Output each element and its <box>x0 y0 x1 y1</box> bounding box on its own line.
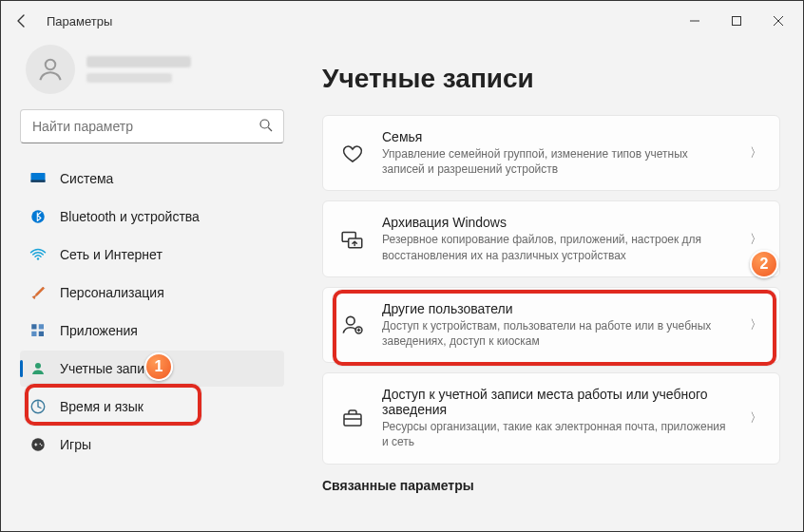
chevron-right-icon: 〉 <box>750 409 762 427</box>
sidebar-item-gaming[interactable]: Игры <box>20 427 284 463</box>
sidebar: Система Bluetooth и устройства Сеть и Ин… <box>1 41 296 531</box>
card-title: Архивация Windows <box>382 215 733 230</box>
window-controls <box>674 6 799 36</box>
sidebar-item-network[interactable]: Сеть и Интернет <box>20 237 284 273</box>
page-title: Учетные записи <box>322 64 780 94</box>
arrow-left-icon <box>14 13 29 28</box>
sidebar-item-label: Приложения <box>60 323 138 338</box>
svg-point-9 <box>31 210 45 223</box>
svg-point-10 <box>37 257 39 259</box>
minimize-icon <box>689 15 700 27</box>
chevron-right-icon: 〉 <box>750 231 762 248</box>
svg-rect-11 <box>31 324 36 329</box>
svg-line-6 <box>268 127 272 131</box>
backup-icon <box>340 227 365 252</box>
chevron-right-icon: 〉 <box>750 144 762 162</box>
wifi-icon <box>29 246 47 263</box>
card-windows-backup[interactable]: Архивация Windows Резервное копирование … <box>322 200 780 276</box>
svg-point-22 <box>347 316 355 325</box>
sidebar-item-bluetooth[interactable]: Bluetooth и устройства <box>20 199 284 235</box>
display-icon <box>29 170 47 187</box>
titlebar: Параметры <box>1 1 803 41</box>
card-family[interactable]: Семья Управление семейной группой, измен… <box>322 115 780 191</box>
search-icon <box>258 117 275 138</box>
svg-rect-13 <box>31 332 36 336</box>
sidebar-item-label: Игры <box>60 437 91 452</box>
profile-block[interactable] <box>20 41 284 109</box>
search-input[interactable] <box>20 109 284 143</box>
svg-rect-12 <box>39 324 44 329</box>
card-work-school-access[interactable]: Доступ к учетной записи места работы или… <box>322 372 780 464</box>
card-title: Другие пользователи <box>382 301 733 316</box>
profile-email-blurred <box>86 73 172 83</box>
card-other-users[interactable]: Другие пользователи Доступ к устройствам… <box>322 287 780 363</box>
svg-point-18 <box>40 444 42 446</box>
gamepad-icon <box>29 436 47 453</box>
clock-globe-icon <box>29 398 47 415</box>
card-title: Доступ к учетной записи места работы или… <box>382 387 733 417</box>
sidebar-item-label: Bluetooth и устройства <box>60 209 200 224</box>
maximize-button[interactable] <box>716 6 757 36</box>
svg-point-15 <box>35 363 41 369</box>
sidebar-item-time-language[interactable]: Время и язык <box>20 389 284 425</box>
sidebar-item-label: Сеть и Интернет <box>60 247 163 262</box>
svg-rect-1 <box>733 17 741 26</box>
app-title: Параметры <box>47 14 112 28</box>
svg-point-5 <box>260 120 269 128</box>
close-icon <box>773 15 784 27</box>
brush-icon <box>29 284 47 301</box>
bluetooth-icon <box>29 208 47 225</box>
back-button[interactable] <box>5 4 39 38</box>
card-desc: Управление семейной группой, изменение т… <box>382 146 733 177</box>
card-title: Семья <box>382 129 733 144</box>
sidebar-item-label: Система <box>60 171 113 186</box>
sidebar-item-system[interactable]: Система <box>20 161 284 197</box>
avatar <box>26 45 75 94</box>
sidebar-item-label: Время и язык <box>60 399 144 414</box>
other-users-icon <box>340 313 365 337</box>
main-panel: Учетные записи Семья Управление семейной… <box>296 41 803 531</box>
svg-rect-8 <box>31 180 46 182</box>
svg-point-17 <box>31 438 45 451</box>
related-settings-header: Связанные параметры <box>322 478 780 493</box>
card-desc: Ресурсы организации, такие как электронн… <box>382 419 733 449</box>
chevron-right-icon: 〉 <box>750 316 762 333</box>
card-desc: Доступ к устройствам, пользователи на ра… <box>382 318 733 349</box>
person-icon <box>36 55 65 84</box>
family-icon <box>340 141 365 165</box>
minimize-button[interactable] <box>674 6 716 36</box>
sidebar-item-label: Учетные записи <box>60 361 159 376</box>
card-desc: Резервное копирование файлов, приложений… <box>382 232 733 262</box>
sidebar-item-personalization[interactable]: Персонализация <box>20 275 284 311</box>
briefcase-icon <box>340 406 365 430</box>
sidebar-item-label: Персонализация <box>60 285 164 300</box>
sidebar-item-accounts[interactable]: Учетные записи <box>20 351 284 387</box>
profile-name-blurred <box>86 56 191 67</box>
account-icon <box>29 360 47 377</box>
search-box <box>20 109 284 143</box>
sidebar-item-apps[interactable]: Приложения <box>20 313 284 349</box>
profile-text <box>86 56 191 83</box>
svg-rect-24 <box>344 414 361 426</box>
close-button[interactable] <box>757 6 799 36</box>
maximize-icon <box>731 15 742 27</box>
svg-point-4 <box>46 60 56 70</box>
svg-rect-14 <box>39 332 44 336</box>
apps-icon <box>29 322 47 339</box>
svg-point-19 <box>41 445 43 446</box>
